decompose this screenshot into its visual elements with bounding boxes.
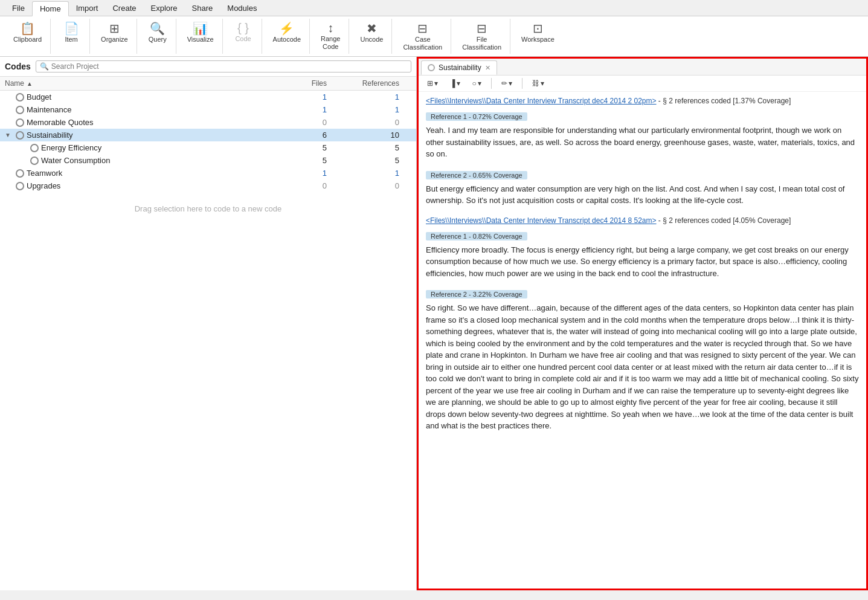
- case-classification-button[interactable]: ⊟ CaseClassification: [399, 20, 446, 53]
- autocode-icon: ⚡: [279, 21, 294, 36]
- code-circle: [16, 182, 24, 190]
- tab-close-button[interactable]: ✕: [485, 64, 490, 72]
- visualize-icon: 📊: [193, 21, 208, 36]
- organize-button[interactable]: ⊞ Organize: [97, 20, 132, 45]
- rangecode-icon: ↕: [327, 21, 333, 35]
- code-label: Code: [235, 35, 251, 43]
- code-name: Teamwork: [27, 169, 62, 178]
- file-classification-button[interactable]: ⊟ FileClassification: [458, 20, 505, 53]
- code-button[interactable]: { } Code: [230, 20, 257, 44]
- workspace-button[interactable]: ⊡ Workspace: [518, 20, 558, 45]
- item-label: Item: [65, 36, 77, 44]
- right-panel: Sustainability ✕ ⊞ ▾ ▐ ▾ ○ ▾ ✏ ▾: [417, 57, 868, 590]
- menu-share[interactable]: Share: [185, 1, 220, 16]
- col-files-header[interactable]: Files: [278, 79, 339, 88]
- toolbar-separator2: [522, 78, 522, 89]
- visualize-button[interactable]: 📊 Visualize: [184, 20, 217, 45]
- menu-modules[interactable]: Modules: [220, 1, 264, 16]
- code-name: Upgrades: [27, 181, 60, 190]
- file-link-2[interactable]: <Files\\Interviews\\Data Center Intervie…: [426, 216, 657, 225]
- code-row-budget[interactable]: Budget 1 1: [0, 91, 416, 103]
- codes-title: Codes: [5, 62, 31, 71]
- menu-import[interactable]: Import: [69, 1, 106, 16]
- toolbar-pen-btn[interactable]: ✏ ▾: [498, 78, 516, 89]
- menu-home[interactable]: Home: [32, 1, 69, 16]
- query-icon: 🔍: [150, 21, 165, 36]
- code-row-upgrades[interactable]: Upgrades 0 0: [0, 179, 416, 192]
- file-classification-icon: ⊟: [477, 21, 487, 36]
- bar-chart-icon: ▐: [450, 79, 455, 88]
- code-row-sustainability[interactable]: ▼ Sustainability 6 10: [0, 129, 416, 141]
- reference-badge-2-1: Reference 1 - 0.82% Coverage: [426, 232, 527, 240]
- code-row-maintenance[interactable]: Maintenance 1 1: [0, 103, 416, 116]
- reference-text-1-1: Yeah. I and my team are responsible for …: [426, 124, 859, 160]
- toolbar-link-btn[interactable]: ⛓ ▾: [529, 78, 548, 89]
- clipboard-button[interactable]: 📋 Clipboard: [10, 20, 45, 45]
- toolbar-chart-btn[interactable]: ▐ ▾: [446, 78, 464, 89]
- menu-explore[interactable]: Explore: [144, 1, 185, 16]
- search-icon: 🔍: [40, 62, 49, 71]
- toolbar-circle-btn[interactable]: ○ ▾: [469, 78, 485, 89]
- code-row-teamwork[interactable]: Teamwork 1 1: [0, 167, 416, 179]
- code-refs: 0: [339, 181, 411, 190]
- case-classification-label: CaseClassification: [403, 36, 442, 51]
- file-meta-1: <Files\\Interviews\\Data Center Intervie…: [426, 97, 859, 105]
- code-name: Water Consumption: [41, 156, 110, 165]
- code-refs: 0: [339, 118, 411, 127]
- rangecode-label: RangeCode: [321, 35, 340, 51]
- code-circle: [16, 131, 24, 140]
- content-toolbar: ⊞ ▾ ▐ ▾ ○ ▾ ✏ ▾ ⛓ ▾: [419, 76, 866, 92]
- query-button[interactable]: 🔍 Query: [144, 20, 171, 45]
- circle-icon: ○: [472, 79, 477, 88]
- file-coverage-1: - § 2 references coded [1.37% Coverage]: [658, 97, 791, 105]
- content-area: <Files\\Interviews\\Data Center Intervie…: [419, 92, 866, 589]
- case-classification-icon: ⊟: [417, 21, 428, 36]
- code-name: Maintenance: [27, 105, 71, 114]
- sustainability-tab[interactable]: Sustainability ✕: [421, 60, 497, 75]
- menu-create[interactable]: Create: [105, 1, 143, 16]
- tab-bar: Sustainability ✕: [419, 59, 866, 76]
- code-row-memorable[interactable]: Memorable Quotes 0 0: [0, 116, 416, 129]
- organize-icon: ⊞: [109, 21, 120, 36]
- code-row-water[interactable]: Water Consumption 5 5: [0, 154, 416, 167]
- code-files: 0: [278, 181, 339, 190]
- code-row-energy[interactable]: Energy Efficiency 5 5: [0, 141, 416, 154]
- search-box[interactable]: 🔍: [36, 60, 411, 73]
- item-icon: 📄: [64, 21, 79, 36]
- file-link-1[interactable]: <Files\\Interviews\\Data Center Intervie…: [426, 97, 657, 105]
- toolbar-dropdown-icon: ▾: [434, 79, 438, 88]
- search-input[interactable]: [51, 62, 407, 71]
- toolbar-table-btn[interactable]: ⊞ ▾: [423, 78, 442, 89]
- ribbon-group-workspace: ⊡ Workspace: [513, 19, 563, 54]
- visualize-label: Visualize: [187, 36, 214, 44]
- code-circle: [30, 144, 39, 152]
- col-name-header[interactable]: Name ▲: [5, 79, 278, 88]
- ribbon-group-rangecode: ↕ RangeCode: [312, 19, 349, 54]
- ribbon-group-autocode: ⚡ Autocode: [265, 19, 310, 54]
- item-button[interactable]: 📄 Item: [58, 20, 85, 45]
- pen-icon: ✏: [501, 79, 507, 88]
- reference-text-2-1: Efficiency more broadly. The focus is en…: [426, 244, 859, 280]
- file-coverage-2: - § 2 references coded [4.05% Coverage]: [658, 216, 791, 225]
- codes-header: Codes 🔍: [0, 57, 416, 77]
- ribbon-group-organize: ⊞ Organize: [92, 19, 137, 54]
- autocode-button[interactable]: ⚡ Autocode: [269, 20, 304, 45]
- uncode-button[interactable]: ✖ Uncode: [356, 20, 387, 45]
- rangecode-button[interactable]: ↕ RangeCode: [317, 20, 344, 52]
- ribbon-group-uncode: ✖ Uncode: [352, 19, 392, 54]
- file-section-1: <Files\\Interviews\\Data Center Intervie…: [426, 97, 859, 207]
- code-circle: [16, 93, 24, 102]
- code-refs: 10: [339, 131, 411, 140]
- menu-file[interactable]: File: [5, 1, 32, 16]
- code-files: 0: [278, 118, 339, 127]
- code-refs: 5: [339, 156, 411, 165]
- code-name: Energy Efficiency: [41, 143, 101, 152]
- col-refs-header[interactable]: References: [339, 79, 411, 88]
- reference-text-1-2: But energy efficiency and water consumpt…: [426, 183, 859, 207]
- code-files: 1: [278, 92, 339, 102]
- code-files: 5: [278, 156, 339, 165]
- code-name: Sustainability: [27, 131, 73, 140]
- code-circle: [30, 156, 39, 165]
- reference-badge-1-1: Reference 1 - 0.72% Coverage: [426, 112, 527, 121]
- code-name: Memorable Quotes: [27, 118, 94, 127]
